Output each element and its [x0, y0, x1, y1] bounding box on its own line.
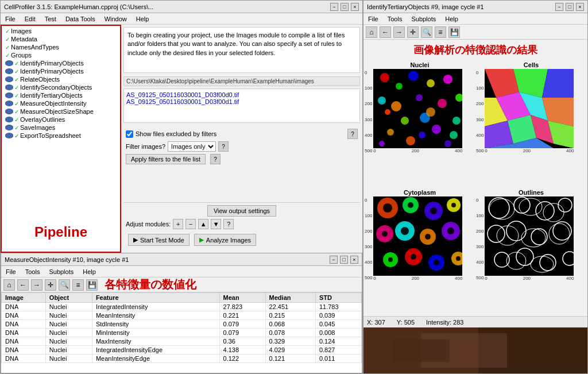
identify-maximize-button[interactable]: □ [566, 3, 574, 11]
identify-menu-help[interactable]: Help [443, 16, 461, 22]
maximize-button[interactable]: □ [341, 3, 349, 11]
menu-window[interactable]: Window [102, 16, 129, 22]
measure-maximize-button[interactable]: □ [340, 256, 348, 264]
pipeline-item-saveimages[interactable]: ✓SaveImages [3, 124, 119, 132]
pipeline-item-label: Groups [11, 52, 32, 59]
eye-icon [5, 125, 13, 130]
identify-title: IdentifyTertiaryObjects #9, image cycle … [367, 3, 484, 10]
measure-close-button[interactable]: × [350, 256, 358, 264]
filter-help-button[interactable]: ? [347, 129, 358, 139]
back-icon[interactable]: ← [17, 279, 29, 291]
pipeline-item-namesandtypes[interactable]: ✓NamesAndTypes [3, 43, 119, 51]
save-icon[interactable]: 💾 [86, 279, 98, 291]
pipeline-item-label: IdentifySecondaryObjects [20, 84, 92, 91]
measure-minimize-button[interactable]: − [330, 256, 338, 264]
adjust-modules-label: Adjust modules: [126, 221, 171, 228]
file-list-item[interactable]: AS_09125_050116030001_D03f00d0.tif [126, 91, 357, 98]
filter-images-help-button[interactable]: ? [218, 141, 229, 152]
menu-edit[interactable]: Edit [22, 16, 38, 22]
identify-adjust-icon[interactable]: ≡ [435, 26, 446, 38]
adjust-up-button[interactable]: ▲ [198, 219, 208, 229]
apply-help-button[interactable]: ? [210, 154, 220, 164]
menu-test[interactable]: Test [42, 16, 59, 22]
minimize-button[interactable]: − [330, 3, 338, 11]
file-list-item[interactable]: AS_09125_050116030001_D03f00d1.tif [126, 98, 357, 105]
pipeline-item-label: Metadata [11, 36, 37, 43]
identify-save-icon[interactable]: 💾 [448, 26, 460, 38]
table-row: DNANucleiMeanIntensityEdge0.1220.1210.01… [2, 354, 362, 363]
table-cell: DNA [2, 311, 46, 320]
filter-images-select[interactable]: Images only Custom [168, 141, 216, 152]
analyze-button[interactable]: ▶ Analyze Images [194, 234, 256, 246]
pipeline-item-measureintensity[interactable]: ✓MeasureObjectIntensity [3, 99, 119, 107]
cells-image [485, 69, 574, 148]
identify-minimize-button[interactable]: − [555, 3, 563, 11]
identify-forward-icon[interactable]: → [393, 26, 405, 38]
nuclei-y100: 100 [365, 86, 372, 91]
nuclei-image [373, 69, 462, 148]
measure-menu-tools[interactable]: Tools [23, 268, 42, 275]
pipeline-item-groups[interactable]: ✓Groups [3, 51, 119, 59]
pipeline-item-identifyprimary2[interactable]: ✓IdentifyPrimaryObjects [3, 67, 119, 75]
pipeline-item-measuresizeshape[interactable]: ✓MeasureObjectSizeShape [3, 107, 119, 115]
check-icon: ✓ [5, 36, 10, 43]
svg-point-19 [426, 107, 435, 117]
pipeline-item-label: SaveImages [20, 124, 55, 131]
identify-pan-icon[interactable]: ✛ [407, 26, 419, 38]
identify-menu-subplots[interactable]: Subplots [409, 16, 438, 22]
bottom-controls: View output settings Adjust modules: + −… [123, 202, 360, 250]
identify-home-icon[interactable]: ⌂ [366, 26, 377, 38]
view-output-button[interactable]: View output settings [207, 205, 276, 217]
check-icon: ✓ [5, 28, 10, 34]
zoom-icon[interactable]: 🔍 [59, 279, 70, 291]
pipeline-item-metadata[interactable]: ✓Metadata [3, 35, 119, 43]
check-icon: ✓ [14, 68, 19, 75]
module-description: To begin creating your project, use the … [123, 27, 360, 73]
table-header-image: Image [2, 293, 46, 303]
adjust-minus-button[interactable]: − [185, 219, 196, 229]
measure-menu-subplots[interactable]: Subplots [47, 268, 76, 275]
identify-menu-tools[interactable]: Tools [385, 16, 405, 22]
menu-file[interactable]: File [3, 16, 18, 22]
measure-menu-file[interactable]: File [3, 268, 18, 275]
table-cell: 0.079 [219, 329, 265, 337]
home-icon[interactable]: ⌂ [3, 279, 15, 291]
adjust-down-button[interactable]: ▼ [211, 219, 221, 229]
adjust-icon[interactable]: ≡ [72, 279, 84, 291]
apply-filters-button[interactable]: Apply filters to the file list [126, 154, 206, 164]
identify-close-button[interactable]: × [576, 3, 584, 11]
identify-title-bar: IdentifyTertiaryObjects #9, image cycle … [363, 1, 587, 13]
pipeline-item-identifysecondary[interactable]: ✓IdentifySecondaryObjects [3, 83, 119, 91]
pipeline-item-images[interactable]: ✓Images [3, 27, 119, 35]
pipeline-item-relateobjects[interactable]: ✓RelateObjects [3, 75, 119, 83]
svg-point-43 [382, 231, 388, 237]
question-button[interactable]: ? [223, 219, 234, 229]
svg-point-15 [444, 140, 451, 147]
svg-point-5 [378, 97, 386, 105]
identify-menu-file[interactable]: File [366, 16, 381, 22]
measure-menu-help[interactable]: Help [80, 268, 98, 275]
forward-icon[interactable]: → [31, 279, 42, 291]
pipeline-item-overlayoutlines[interactable]: ✓OverlayOutlines [3, 115, 119, 124]
eye-icon [5, 84, 13, 90]
close-button[interactable]: × [351, 3, 359, 11]
table-row: DNANucleiMinIntensity0.0790.0780.008 [2, 329, 362, 337]
identify-toolbar: ⌂ ← → ✛ 🔍 ≡ 💾 [363, 25, 587, 40]
identify-zoom-icon[interactable]: 🔍 [421, 26, 432, 38]
show-files-checkbox[interactable] [126, 130, 133, 138]
pipeline-item-identifyprimary1[interactable]: ✓IdentifyPrimaryObjects [3, 59, 119, 67]
menu-help[interactable]: Help [134, 16, 152, 22]
table-cell: 0.078 [265, 329, 315, 337]
pipeline-item-identifytertiary[interactable]: ✓IdentifyTertiaryObjects [3, 91, 119, 99]
pipeline-item-exporttospreadsheet[interactable]: ✓ExportToSpreadsheet [3, 132, 119, 140]
identify-back-icon[interactable]: ← [380, 26, 391, 38]
pan-icon[interactable]: ✛ [45, 279, 56, 291]
svg-point-55 [434, 260, 439, 265]
outlines-cell: Outlines 0 100 200 300 400 500 [476, 189, 586, 315]
adjust-add-button[interactable]: + [173, 219, 183, 229]
menu-datatools[interactable]: Data Tools [63, 16, 98, 22]
svg-point-37 [408, 202, 413, 208]
measure-title-bar: MeasureObjectIntensity #10, image cycle … [1, 253, 362, 266]
svg-point-4 [443, 75, 452, 84]
start-test-button[interactable]: ▶ Start Test Mode [128, 234, 189, 246]
